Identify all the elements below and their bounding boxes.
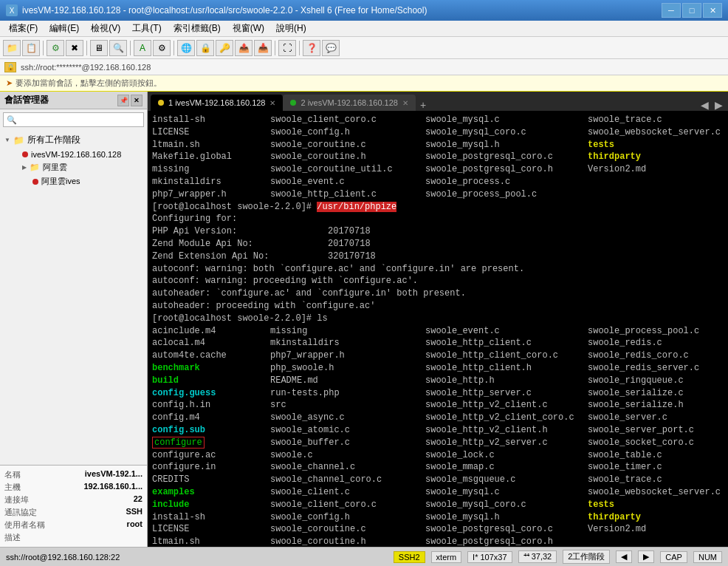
tb-search[interactable]: 🔍	[109, 40, 127, 56]
tab-close-2[interactable]: ✕	[402, 99, 408, 107]
tb-expand[interactable]: ⛶	[278, 40, 296, 56]
tb-settings[interactable]: ⚙	[153, 40, 171, 56]
tree-item-aliyunives[interactable]: 阿里雲ives	[0, 174, 147, 188]
close-button[interactable]: ✕	[703, 3, 722, 18]
info-label-protocol: 通訊協定	[4, 507, 37, 518]
tab-prev-button[interactable]: ◀	[698, 99, 711, 111]
term-line-1: install-shswoole_client_coro.cswoole_mys…	[152, 114, 724, 126]
status-nav-prev[interactable]: ◀	[616, 550, 632, 563]
menu-window[interactable]: 視窗(W)	[227, 21, 270, 36]
term-ls-12: configure.inswoole_channel.cswoole_mmap.…	[152, 461, 724, 474]
info-row-desc: 描述	[4, 531, 142, 544]
maximize-button[interactable]: □	[682, 3, 701, 18]
tab-1[interactable]: 1 ivesVM-192.168.160.128 ✕	[151, 95, 283, 111]
menu-tabs[interactable]: 索引標籤(B)	[168, 21, 227, 36]
session-status-dot-3	[32, 179, 38, 185]
toolbar: 📁 📋 ⚙ ✖ 🖥 🔍 A ⚙ 🌐 🔒 🔑 📤 📥 ⛶ ❓ 💬	[0, 37, 728, 59]
term-line-prompt2: [root@localhost swoole-2.2.0]# ls	[152, 313, 724, 325]
term-ls-6: config.guessrun-tests.phpswoole_http_ser…	[152, 387, 724, 400]
tb-help[interactable]: ❓	[303, 40, 320, 56]
term-ls-2: aclocal.m4mkinstalldirsswoole_http_clien…	[152, 337, 724, 350]
terminal-content[interactable]: install-shswoole_client_coro.cswoole_mys…	[148, 111, 728, 547]
term-ls-8: config.m4swoole_async.cswoole_http_v2_cl…	[152, 412, 724, 424]
tab-dot-2	[290, 100, 296, 106]
status-right-area: SSH2 xterm I* 107x37 ⁴⁴ 37,32 2工作階段 ◀ ▶ …	[394, 550, 722, 564]
tb-new-session[interactable]: 📁	[3, 40, 21, 56]
term-line-7: php7_wrapper.hswoole_http_client.cswoole…	[152, 188, 724, 201]
info-label-host: 主機	[4, 482, 21, 493]
status-cursor-pos: I* 107x37	[467, 551, 512, 563]
tab-dot-1	[158, 100, 164, 106]
tree-all-group: ▼ 📁 所有工作階段 ivesVM-192.168.160.128 ▶ 📁 阿里…	[0, 130, 147, 190]
status-nav-next[interactable]: ▶	[638, 550, 654, 563]
tb-color[interactable]: A	[134, 40, 151, 56]
term-ls-14: examplesswoole_client.cswoole_mysql.cswo…	[152, 486, 724, 499]
minimize-button[interactable]: ─	[662, 3, 681, 18]
term-ls-3: autom4te.cachephp7_wrapper.hswoole_http_…	[152, 350, 724, 362]
tab-add-button[interactable]: +	[416, 99, 430, 111]
session-panel-controls[interactable]: 📌 ✕	[117, 95, 142, 106]
tb-chat[interactable]: 💬	[322, 40, 340, 56]
term-line-6: mkinstalldirsswoole_event.cswoole_proces…	[152, 176, 724, 188]
tree-folder-icon: 📁	[13, 135, 24, 146]
tree-all-text: 所有工作階段	[27, 134, 80, 146]
tab-navigation: ◀ ▶	[698, 99, 725, 111]
session-tree: ▼ 📁 所有工作階段 ivesVM-192.168.160.128 ▶ 📁 阿里…	[0, 130, 147, 465]
window-controls[interactable]: ─ □ ✕	[662, 3, 722, 18]
session-panel-pin[interactable]: 📌	[117, 95, 129, 106]
info-value-name: ivesVM-192.1...	[85, 469, 142, 480]
term-line-autoconf2: autoconf: warning: proceeding with `conf…	[152, 275, 724, 287]
tb-transfer[interactable]: 📤	[235, 40, 253, 56]
tb-copy[interactable]: 📋	[22, 40, 40, 56]
session-panel-close[interactable]: ✕	[131, 95, 142, 106]
menu-tools[interactable]: 工具(T)	[126, 21, 167, 36]
info-label-username: 使用者名稱	[4, 519, 45, 531]
menu-help[interactable]: 說明(H)	[270, 21, 312, 36]
tree-folder-aliyun: 📁	[30, 163, 40, 172]
ssh-bar: 🔒 ssh://root:********@192.168.160.128	[0, 59, 728, 75]
ssh-lock-icon: 🔒	[4, 62, 16, 72]
tb-lock[interactable]: 🔒	[196, 40, 214, 56]
tb-monitor[interactable]: 🖥	[90, 40, 108, 56]
term-line-autoheader1: autoheader: `configure.ac' and `configur…	[152, 287, 724, 300]
tree-expand-aliyun: ▶	[22, 164, 27, 171]
tb-sftp[interactable]: 📥	[254, 40, 272, 56]
status-line-col: ⁴⁴ 37,32	[518, 550, 557, 563]
tree-all-label[interactable]: ▼ 📁 所有工作階段	[0, 132, 147, 149]
hint-bar: ➤ 要添加當前會話，點擊左側的箭頭按鈕。	[0, 75, 728, 92]
term-line-3: ltmain.shswoole_coroutine.cswoole_mysql.…	[152, 139, 724, 151]
session-search-area	[0, 109, 147, 130]
tab-label-2: 2 ivesVM-192.168.160.128	[301, 98, 397, 107]
term-ls-15: includeswoole_client_coro.cswoole_mysql_…	[152, 499, 724, 511]
term-line-zendext: Zend Extension Api No:320170718	[152, 250, 724, 263]
tab-close-1[interactable]: ✕	[269, 99, 275, 107]
term-ls-5: buildREADME.mdswoole_http.hswoole_ringqu…	[152, 375, 724, 387]
term-line-autoheader2: autoheader: proceeding with `configure.a…	[152, 300, 724, 313]
info-row-username: 使用者名稱 root	[4, 519, 142, 531]
status-bar: ssh://root@192.168.160.128:22 SSH2 xterm…	[0, 547, 728, 566]
menu-view[interactable]: 檢視(V)	[85, 21, 126, 36]
tb-separator-5	[275, 41, 275, 55]
menu-bar: 檔案(F) 編輯(E) 檢視(V) 工具(T) 索引標籤(B) 視窗(W) 說明…	[0, 21, 728, 37]
tab-2[interactable]: 2 ivesVM-192.168.160.128 ✕	[283, 95, 415, 111]
tb-globe[interactable]: 🌐	[177, 40, 195, 56]
info-label-desc: 描述	[4, 532, 21, 543]
tree-item-ivesvm[interactable]: ivesVM-192.168.160.128	[0, 149, 147, 160]
menu-edit[interactable]: 編輯(E)	[44, 21, 85, 36]
menu-file[interactable]: 檔案(F)	[3, 21, 44, 36]
tree-item-aliyun-group[interactable]: ▶ 📁 阿里雲	[0, 160, 147, 174]
term-ls-4: benchmarkphp_swoole.hswoole_http_client.…	[152, 362, 724, 375]
tb-connect[interactable]: ⚙	[47, 40, 64, 56]
tb-disconnect[interactable]: ✖	[66, 40, 83, 56]
tb-key[interactable]: 🔑	[216, 40, 233, 56]
info-value-protocol: SSH	[126, 507, 142, 518]
tb-separator-6	[299, 41, 300, 55]
status-sessions: 2工作階段	[563, 550, 610, 564]
info-value-username: root	[127, 519, 142, 531]
status-num: NUM	[693, 551, 722, 563]
session-status-dot-1	[22, 151, 28, 157]
term-ls-10: configureswoole_buffer.cswoole_http_v2_s…	[152, 437, 724, 449]
info-row-host: 主機 192.168.160.1...	[4, 481, 142, 494]
tab-next-button[interactable]: ▶	[712, 99, 725, 111]
session-search-input[interactable]	[3, 112, 144, 127]
